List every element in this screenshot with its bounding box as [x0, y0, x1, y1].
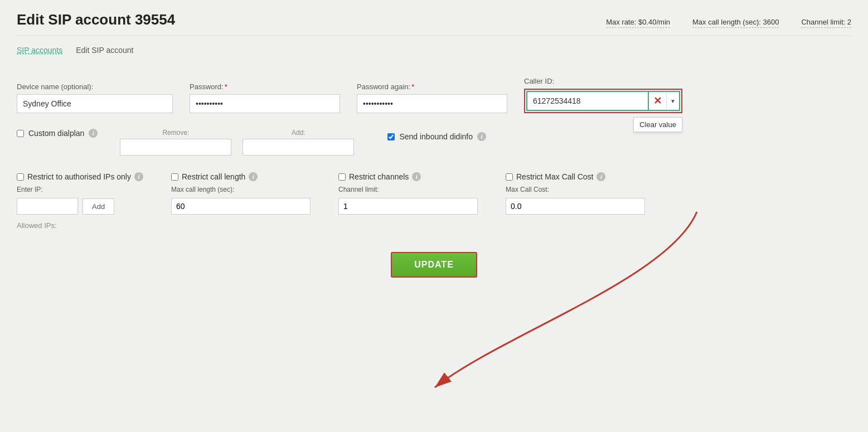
restrict-max-cost-info-icon[interactable]: i	[597, 172, 605, 181]
required-star-password-again: *	[411, 82, 414, 91]
restrict-channels-group: Restrict channels i Channel limit:	[338, 172, 478, 215]
ip-add-button[interactable]: Add	[83, 198, 114, 215]
restrict-call-length-checkbox[interactable]	[171, 173, 178, 181]
form-row-1: Device name (optional): Password:* Passw…	[17, 77, 851, 113]
restrict-section: Restrict to authorised IPs only i Enter …	[17, 172, 851, 230]
x-icon: ✕	[653, 95, 662, 107]
allowed-ips-label: Allowed IPs:	[17, 221, 143, 230]
restrict-max-cost-header: Restrict Max Call Cost i	[506, 172, 645, 181]
restrict-max-cost-checkbox[interactable]	[506, 173, 513, 181]
dialplan-remove-group: Remove:	[120, 129, 231, 156]
enter-ip-label: Enter IP:	[17, 186, 143, 193]
device-name-label: Device name (optional):	[17, 82, 173, 91]
restrict-max-cost-label: Restrict Max Call Cost	[516, 172, 593, 181]
restrict-channels-header: Restrict channels i	[338, 172, 478, 181]
max-call-length: Max call length (sec): 3600	[692, 18, 779, 28]
caller-id-button-group: ✕ ▼	[649, 91, 680, 111]
update-button[interactable]: UPDATE	[391, 252, 477, 278]
restrict-max-cost-group: Restrict Max Call Cost i Max Call Cost:	[506, 172, 645, 215]
restrict-ips-label: Restrict to authorised IPs only	[27, 172, 131, 181]
custom-dialplan-group: Custom dialplan i	[17, 129, 98, 138]
max-rate: Max rate: $0.40/min	[606, 18, 670, 28]
breadcrumb-current: Edit SIP account	[76, 46, 133, 55]
dialplan-remove-input[interactable]	[120, 139, 231, 156]
channel-limit-input[interactable]	[338, 198, 478, 215]
required-star-password: *	[225, 82, 227, 91]
restrict-call-length-header: Restrict call length i	[171, 172, 311, 181]
password-label: Password:*	[190, 82, 340, 91]
update-section: UPDATE	[17, 252, 851, 278]
ip-input[interactable]	[17, 198, 78, 215]
caller-id-label: Caller ID:	[524, 77, 682, 85]
send-inbound-label: Send inbound didinfo	[399, 132, 473, 141]
breadcrumb: SIP accounts Edit SIP account	[17, 46, 851, 55]
send-inbound-checkbox[interactable]	[387, 133, 395, 140]
max-call-cost-input[interactable]	[506, 198, 645, 215]
custom-dialplan-checkbox[interactable]	[17, 130, 24, 137]
restrict-call-length-label: Restrict call length	[182, 172, 245, 181]
custom-dialplan-label: Custom dialplan	[28, 129, 84, 138]
custom-dialplan-info-icon[interactable]: i	[89, 129, 98, 138]
restrict-ips-checkbox[interactable]	[17, 173, 24, 181]
channel-limit: Channel limit: 2	[801, 18, 851, 28]
breadcrumb-link-sip-accounts[interactable]: SIP accounts	[17, 46, 62, 55]
max-call-cost-sub-label: Max Call Cost:	[506, 186, 645, 193]
restrict-ips-header: Restrict to authorised IPs only i	[17, 172, 143, 181]
restrict-channels-info-icon[interactable]: i	[412, 172, 421, 181]
dialplan-remove-label: Remove:	[120, 129, 231, 137]
form-row-2: Custom dialplan i Remove: Add:	[17, 129, 851, 156]
dialplan-add-label: Add:	[243, 129, 354, 137]
channel-limit-sub-label: Channel limit:	[338, 186, 478, 193]
device-name-group: Device name (optional):	[17, 82, 173, 113]
clear-value-tooltip: Clear value	[633, 117, 682, 132]
max-call-length-input[interactable]	[171, 198, 311, 215]
restrict-channels-checkbox[interactable]	[338, 173, 346, 181]
password-again-label: Password again:*	[357, 82, 507, 91]
password-again-input[interactable]	[357, 94, 507, 113]
device-name-input[interactable]	[17, 94, 173, 113]
restrict-call-length-info-icon[interactable]: i	[249, 172, 258, 181]
caller-id-input[interactable]	[526, 91, 649, 111]
password-input[interactable]	[190, 94, 340, 113]
caller-id-dropdown-button[interactable]: ▼	[667, 92, 679, 110]
header-row: Edit SIP account 39554 Max rate: $0.40/m…	[17, 11, 851, 36]
caller-id-input-wrapper: ✕ ▼	[526, 91, 680, 111]
caller-id-group: Caller ID: ✕ ▼	[524, 77, 682, 113]
chevron-down-icon: ▼	[670, 98, 676, 104]
restrict-call-length-group: Restrict call length i Max call length (…	[171, 172, 311, 215]
password-again-group: Password again:*	[357, 82, 507, 113]
page-title: Edit SIP account 39554	[17, 11, 175, 28]
restrict-ips-group: Restrict to authorised IPs only i Enter …	[17, 172, 143, 230]
caller-id-clear-button[interactable]: ✕	[649, 92, 667, 110]
dialplan-add-input[interactable]	[243, 139, 354, 156]
restrict-channels-label: Restrict channels	[349, 172, 409, 181]
password-group: Password:*	[190, 82, 340, 113]
edit-sip-form: Device name (optional): Password:* Passw…	[17, 71, 851, 283]
ip-input-row: Add	[17, 198, 143, 215]
header-meta: Max rate: $0.40/min Max call length (sec…	[606, 18, 851, 28]
send-inbound-info-icon[interactable]: i	[477, 132, 486, 141]
max-call-length-sub-label: Max call length (sec):	[171, 186, 311, 193]
dialplan-add-group: Add:	[243, 129, 354, 156]
restrict-ips-info-icon[interactable]: i	[134, 172, 143, 181]
